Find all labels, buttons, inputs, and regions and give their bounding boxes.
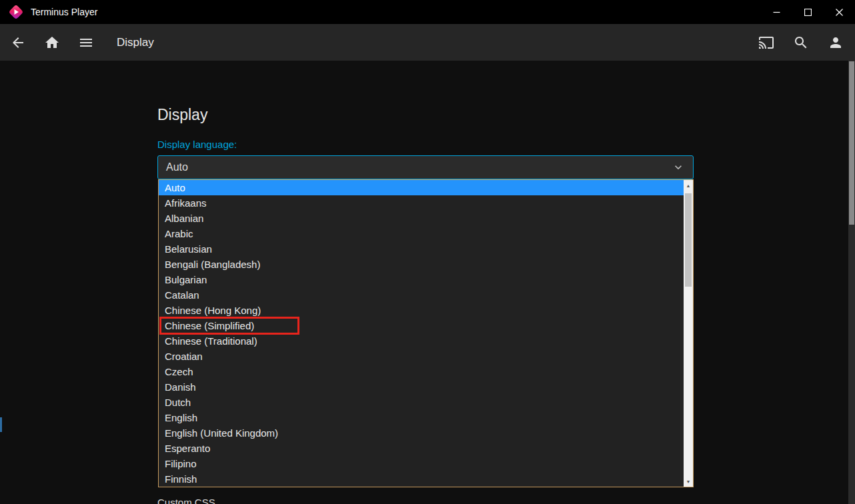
close-icon (836, 9, 843, 16)
close-button[interactable] (824, 0, 855, 24)
dropdown-option[interactable]: English (United Kingdom) (159, 425, 684, 441)
toolbar-page-title: Display (117, 36, 154, 49)
left-edge-indicator (0, 417, 2, 432)
dropdown-option-label: Finnish (165, 473, 197, 485)
dropdown-option[interactable]: Auto (159, 180, 684, 195)
dropdown-option-label: Chinese (Simplified) (165, 320, 254, 331)
language-dropdown-list: AutoAfrikaansAlbanianArabicBelarusianBen… (158, 179, 694, 487)
dropdown-option-label: Chinese (Hong Kong) (165, 305, 261, 316)
display-language-select[interactable]: Auto (157, 155, 694, 179)
app-title: Terminus Player (31, 7, 97, 17)
dropdown-option[interactable]: Dutch (159, 395, 684, 410)
dropdown-option[interactable]: Filipino (159, 456, 684, 471)
page-heading: Display (157, 61, 694, 124)
search-button[interactable] (792, 34, 810, 51)
display-language-label: Display language: (157, 139, 694, 151)
dropdown-option[interactable]: Afrikaans (159, 195, 684, 211)
scroll-down-button[interactable]: ▼ (684, 476, 693, 487)
person-icon (828, 35, 844, 51)
dropdown-option-label: Filipino (165, 458, 197, 469)
cast-icon (758, 35, 774, 51)
dropdown-option[interactable]: Arabic (159, 226, 684, 241)
app-toolbar: Display (0, 24, 855, 61)
dropdown-option[interactable]: Chinese (Simplified) (159, 318, 684, 333)
minimize-button[interactable] (761, 0, 792, 24)
cast-button[interactable] (758, 34, 775, 51)
home-button[interactable] (43, 34, 61, 51)
maximize-button[interactable] (792, 0, 824, 24)
titlebar: Terminus Player (0, 0, 855, 24)
dropdown-option[interactable]: English (159, 410, 684, 425)
display-settings-content: Display Display language: Auto (157, 61, 694, 179)
app-logo-icon (8, 4, 24, 20)
dropdown-option[interactable]: Chinese (Traditional) (159, 333, 684, 349)
dropdown-option-label: Albanian (165, 213, 203, 224)
user-button[interactable] (827, 34, 844, 51)
dropdown-scrollbar-thumb[interactable] (685, 193, 692, 287)
dropdown-option[interactable]: Bengali (Bangladesh) (159, 257, 684, 272)
dropdown-option[interactable]: Esperanto (159, 441, 684, 456)
dropdown-option-label: Dutch (165, 397, 191, 408)
maximize-icon (804, 9, 812, 16)
dropdown-option-label: Belarusian (165, 243, 212, 255)
custom-css-heading: Custom CSS (157, 497, 215, 504)
dropdown-option[interactable]: Bulgarian (159, 272, 684, 287)
home-icon (44, 35, 60, 51)
dropdown-option-label: Bulgarian (165, 274, 207, 285)
dropdown-option-label: Afrikaans (165, 197, 207, 209)
toolbar-right-actions (740, 24, 844, 61)
dropdown-option[interactable]: Catalan (159, 287, 684, 303)
search-icon (793, 35, 809, 51)
dropdown-option-label: Catalan (165, 289, 199, 301)
dropdown-option[interactable]: Belarusian (159, 241, 684, 257)
dropdown-option-label: English (165, 412, 197, 423)
dropdown-option-label: Czech (165, 366, 193, 377)
dropdown-option-label: Esperanto (165, 443, 210, 454)
dropdown-options: AutoAfrikaansAlbanianArabicBelarusianBen… (159, 180, 684, 487)
minimize-icon (773, 9, 780, 16)
select-current-value: Auto (166, 161, 672, 173)
dropdown-option[interactable]: Chinese (Hong Kong) (159, 303, 684, 318)
menu-icon (78, 35, 94, 51)
page-scrollbar-thumb[interactable] (849, 61, 854, 225)
dropdown-option-label: Danish (165, 381, 196, 393)
dropdown-option[interactable]: Finnish (159, 471, 684, 487)
dropdown-option-label: Croatian (165, 351, 203, 362)
settings-page: Display Display language: Auto AutoAfrik… (0, 61, 855, 504)
dropdown-option[interactable]: Croatian (159, 349, 684, 364)
back-button[interactable] (9, 34, 27, 51)
chevron-down-icon (672, 161, 685, 174)
dropdown-option[interactable]: Albanian (159, 211, 684, 226)
dropdown-option-label: English (United Kingdom) (165, 427, 278, 439)
back-arrow-icon (10, 35, 26, 51)
dropdown-option[interactable]: Czech (159, 364, 684, 379)
dropdown-option-label: Auto (165, 182, 185, 193)
dropdown-option-label: Arabic (165, 228, 193, 239)
page-scrollbar[interactable] (848, 61, 855, 504)
dropdown-scrollbar[interactable]: ▲ ▼ (684, 180, 693, 487)
dropdown-option-label: Bengali (Bangladesh) (165, 259, 260, 270)
dropdown-option[interactable]: Danish (159, 379, 684, 395)
window-controls (761, 0, 855, 24)
menu-button[interactable] (77, 34, 95, 51)
dropdown-option-label: Chinese (Traditional) (165, 335, 257, 347)
scroll-up-button[interactable]: ▲ (684, 180, 693, 191)
